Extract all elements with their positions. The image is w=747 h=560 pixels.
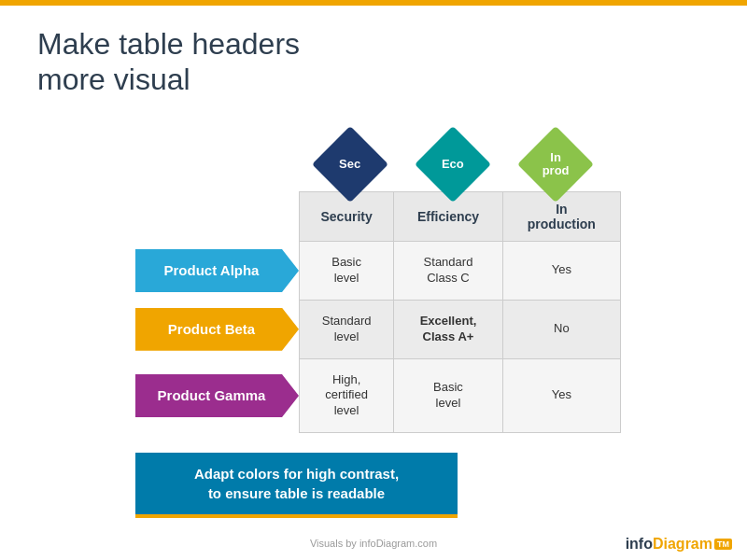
logo-badge: TM <box>714 539 732 550</box>
beta-production: No <box>502 300 620 358</box>
gamma-efficiency: Basiclevel <box>394 358 502 433</box>
bottom-note-box: Adapt colors for high contrast,to ensure… <box>135 453 458 518</box>
arrow-beta: Product Beta <box>135 308 299 351</box>
footer-text: Visuals by infoDiagram.com <box>310 538 437 549</box>
product-label-gamma: Product Gamma <box>135 374 299 417</box>
diamond-efficiency: Eco <box>415 126 491 203</box>
row-label-gamma: Product Gamma <box>135 358 300 433</box>
beta-efficiency: Excellent,Class A+ <box>394 300 502 358</box>
diamond-production-label: Inprod <box>543 151 570 178</box>
logo-info: info <box>626 536 653 553</box>
header-efficiency: Efficiency <box>394 192 502 242</box>
diamond-production: Inprod <box>517 126 594 203</box>
table-row: Product Gamma High,certifiedlevel Basicl… <box>135 358 621 433</box>
table-header-row: Security Efficiency Inproduction <box>135 192 621 242</box>
diamond-production-container: Inprod <box>504 121 607 191</box>
logo-diagram: Diagram <box>653 536 712 553</box>
alpha-production: Yes <box>502 242 620 301</box>
header-empty <box>135 192 300 242</box>
gamma-security: High,certifiedlevel <box>300 358 394 433</box>
table-area: Sec Eco Inprod Security Efficiency Inpro… <box>135 121 621 433</box>
diamond-efficiency-label: Eco <box>442 158 464 171</box>
beta-security: Standardlevel <box>300 300 394 358</box>
alpha-security: Basiclevel <box>300 242 394 301</box>
row-label-beta: Product Beta <box>135 300 300 358</box>
diamond-row: Sec Eco Inprod <box>299 121 621 191</box>
bottom-note-text: Adapt colors for high contrast,to ensure… <box>150 464 443 503</box>
alpha-efficiency: StandardClass C <box>394 242 502 301</box>
product-label-alpha: Product Alpha <box>135 249 299 292</box>
row-label-alpha: Product Alpha <box>135 242 300 301</box>
main-table: Security Efficiency Inproduction Product… <box>135 191 621 433</box>
arrow-alpha: Product Alpha <box>135 249 299 292</box>
title-line1: Make table headers <box>37 27 300 61</box>
title-line2: more visual <box>37 63 190 96</box>
product-label-beta: Product Beta <box>135 308 299 351</box>
diamond-security-label: Sec <box>339 158 360 171</box>
top-accent-bar <box>0 0 747 6</box>
infodiagram-logo: info Diagram TM <box>626 536 732 553</box>
gamma-production: Yes <box>502 358 620 433</box>
diamond-security: Sec <box>312 126 388 203</box>
header-production: Inproduction <box>502 192 620 242</box>
table-row: Product Beta Standardlevel Excellent,Cla… <box>135 300 621 358</box>
page-title: Make table headers more visual <box>37 26 300 98</box>
arrow-gamma: Product Gamma <box>135 374 299 417</box>
diamond-efficiency-container: Eco <box>402 121 504 191</box>
table-row: Product Alpha Basiclevel StandardClass C… <box>135 242 621 301</box>
diamond-security-container: Sec <box>299 121 402 191</box>
